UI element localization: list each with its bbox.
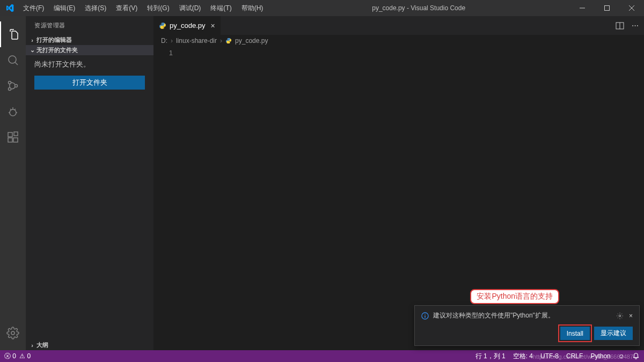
svg-point-19 [11,331,14,335]
editor-area: py_code.py × ⋯ D: › linux-share-dir › py… [153,16,644,350]
svg-point-8 [15,85,18,87]
menu-edit[interactable]: 编辑(E) [49,2,79,15]
notification-toast: 建议对这种类型的文件使用"Python"扩展。 × Install 显示建议 [414,305,640,346]
source-control-icon[interactable] [0,73,26,99]
section-open-editors[interactable]: › 打开的编辑器 [26,35,153,45]
editor-actions: ⋯ [616,16,644,35]
chevron-right-icon: › [28,37,36,43]
status-bar: ⓧ 0 ⚠ 0 行 1，列 1 空格: 4 UTF-8 CRLF Python … [0,350,644,362]
extensions-icon[interactable] [0,124,26,150]
svg-point-9 [10,109,16,116]
debug-icon[interactable] [0,99,26,124]
svg-rect-15 [8,132,12,137]
svg-point-25 [619,315,621,317]
settings-gear-icon[interactable] [0,320,26,346]
svg-rect-17 [13,138,18,142]
feedback-icon[interactable]: ☺ [618,352,625,360]
status-eol[interactable]: CRLF [566,352,583,360]
status-cursor[interactable]: 行 1，列 1 [475,352,506,361]
menu-file[interactable]: 文件(F) [19,2,48,15]
annotation-bubble: 安装Python语言的支持 [470,289,559,304]
sidebar-body: 尚未打开文件夹。 打开文件夹 [26,55,153,94]
activity-bar [0,16,26,350]
status-indent[interactable]: 空格: 4 [513,352,533,361]
section-label: 打开的编辑器 [36,36,72,44]
explorer-sidebar: 资源管理器 › 打开的编辑器 ⌄ 无打开的文件夹 尚未打开文件夹。 打开文件夹 … [26,16,153,350]
notification-message: 建议对这种类型的文件使用"Python"扩展。 [433,311,554,320]
menu-selection[interactable]: 选择(S) [80,2,111,15]
explorer-icon[interactable] [0,21,26,47]
title-bar: 文件(F) 编辑(E) 选择(S) 查看(V) 转到(G) 调试(D) 终端(T… [0,0,644,16]
svg-point-7 [9,88,11,91]
menu-debug[interactable]: 调试(D) [175,2,206,15]
close-icon[interactable]: × [629,312,633,320]
breadcrumb-drive[interactable]: D: [161,37,167,45]
main-menu: 文件(F) 编辑(E) 选择(S) 查看(V) 转到(G) 调试(D) 终端(T… [19,2,267,15]
maximize-button[interactable] [595,0,619,16]
section-outline[interactable]: › 大纲 [26,340,153,350]
close-button[interactable] [619,0,644,16]
no-folder-message: 尚未打开文件夹。 [34,60,145,69]
menu-view[interactable]: 查看(V) [112,2,142,15]
sidebar-title: 资源管理器 [26,16,153,35]
breadcrumb-file[interactable]: py_code.py [235,37,268,45]
split-editor-icon[interactable] [616,21,624,30]
more-actions-icon[interactable]: ⋯ [632,21,639,29]
search-icon[interactable] [0,47,26,73]
tab-close-icon[interactable]: × [211,21,215,30]
svg-rect-16 [8,138,12,142]
tab-label: py_code.py [170,21,206,29]
status-language[interactable]: Python [590,352,610,360]
section-label: 大纲 [36,341,48,349]
section-label: 无打开的文件夹 [36,46,78,54]
python-file-icon [159,22,166,29]
notifications-icon[interactable] [632,352,640,360]
svg-rect-18 [14,132,18,136]
svg-point-24 [425,314,425,314]
minimize-button[interactable] [570,0,595,16]
breadcrumb-folder[interactable]: linux-share-dir [176,37,217,45]
svg-line-13 [10,109,11,110]
line-number: 1 [153,49,173,57]
python-file-icon [225,38,232,44]
vscode-logo-icon [0,4,19,12]
chevron-right-icon: › [220,37,222,45]
svg-point-6 [9,82,11,84]
window-controls [570,0,644,16]
show-recommendations-button[interactable]: 显示建议 [594,327,633,340]
menu-terminal[interactable]: 终端(T) [206,2,236,15]
breadcrumb[interactable]: D: › linux-share-dir › py_code.py [153,35,644,47]
menu-help[interactable]: 帮助(H) [237,2,268,15]
status-encoding[interactable]: UTF-8 [540,352,559,360]
svg-rect-1 [605,6,610,11]
warnings-icon[interactable]: ⚠ 0 [19,352,31,360]
chevron-right-icon: › [28,342,36,349]
install-button[interactable]: Install [560,327,590,340]
window-title: py_code.py - Visual Studio Code [267,4,570,12]
svg-line-5 [15,62,18,65]
info-icon [421,312,429,320]
gear-icon[interactable] [616,312,624,320]
menu-go[interactable]: 转到(G) [143,2,173,15]
section-no-folder[interactable]: ⌄ 无打开的文件夹 [26,45,153,55]
editor-tabs: py_code.py × ⋯ [153,16,644,35]
chevron-right-icon: › [171,37,173,45]
line-gutter: 1 [153,47,180,350]
tab-py-code[interactable]: py_code.py × [153,16,221,35]
svg-line-14 [14,109,16,110]
errors-icon[interactable]: ⓧ 0 [4,352,16,361]
open-folder-button[interactable]: 打开文件夹 [34,76,145,90]
svg-point-4 [9,56,16,63]
chevron-down-icon: ⌄ [28,47,36,54]
